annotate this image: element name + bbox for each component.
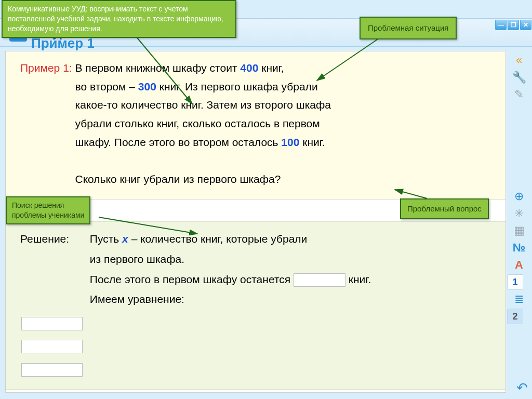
equation-blank-3[interactable]: [21, 363, 83, 377]
callout-problem-question: Проблемный вопрос: [400, 198, 489, 219]
page-tab-1[interactable]: 1: [507, 274, 523, 290]
callout-line1: Поиск решения: [12, 201, 64, 209]
callout-problem-situation: Проблемная ситуация: [360, 17, 457, 39]
callout-communicative: Коммуникативные УУД: воспринимать текст …: [2, 0, 236, 38]
blank-remaining[interactable]: [294, 273, 345, 287]
solution-text: из первого шкафа.: [90, 253, 184, 265]
undo-icon[interactable]: ↶: [516, 380, 528, 396]
list-icon[interactable]: ≣: [510, 291, 528, 307]
problem-text: во втором –: [75, 81, 138, 92]
table-icon[interactable]: ▦: [510, 223, 528, 238]
callout-lead: Коммуникативные УУД:: [8, 5, 89, 13]
solution-text: Имеем уравнение:: [90, 293, 184, 305]
equation-blank-2[interactable]: [21, 340, 83, 353]
problem-text: какое-то количество книг. Затем из второ…: [75, 99, 331, 111]
problem-text: шкафу. После этого во втором осталось: [75, 136, 282, 148]
right-toolbar: « 🔧 ✎ ⊕ ✳ ▦ № A 1 ≣ 2: [506, 51, 532, 399]
solution-text: После этого в первом шкафу останется: [90, 273, 294, 285]
problem-question: Сколько книг убрали из первого шкафа?: [75, 173, 281, 185]
letter-a-icon[interactable]: A: [510, 257, 528, 273]
problem-statement: Пример 1: В первом книжном шкафу стоит 4…: [6, 51, 506, 200]
num-300: 300: [138, 81, 156, 92]
callout-line2: проблемы учениками: [12, 211, 84, 219]
variable-x: x: [122, 233, 128, 245]
problem-text: книг. Из первого шкафа убрали: [156, 81, 318, 92]
solution-text: книг.: [345, 273, 371, 285]
solution-label: Решение:: [20, 229, 87, 249]
back-icon[interactable]: «: [510, 52, 528, 68]
solution-text: Пусть: [90, 233, 122, 245]
maximize-button[interactable]: ❐: [508, 20, 519, 30]
problem-text: книг,: [258, 62, 284, 74]
num-100: 100: [281, 136, 299, 148]
solution-text: – количество книг, которые убрали: [128, 233, 308, 245]
problem-text: убрали столько книг, сколько осталось в …: [75, 117, 320, 129]
pencil-icon[interactable]: ✎: [510, 87, 528, 102]
window-controls: — ❐ ✕: [495, 20, 531, 30]
example-label: Пример 1:: [20, 62, 72, 74]
solution-area: Решение: Пусть x – количество книг, кото…: [6, 221, 506, 390]
equation-blank-1[interactable]: [21, 317, 83, 330]
zoom-in-icon[interactable]: ⊕: [510, 189, 528, 204]
problem-text: книг.: [299, 136, 325, 148]
callout-search-solution: Поиск решения проблемы учениками: [6, 196, 90, 224]
page-tab-2[interactable]: 2: [507, 309, 523, 324]
close-button[interactable]: ✕: [520, 20, 531, 30]
num-400: 400: [240, 62, 258, 74]
wrench-icon[interactable]: 🔧: [510, 70, 528, 85]
problem-text: В первом книжном шкафу стоит: [75, 62, 241, 74]
gear-icon[interactable]: ✳: [510, 206, 528, 221]
minimize-button[interactable]: —: [495, 20, 507, 30]
number-icon[interactable]: №: [510, 240, 528, 256]
